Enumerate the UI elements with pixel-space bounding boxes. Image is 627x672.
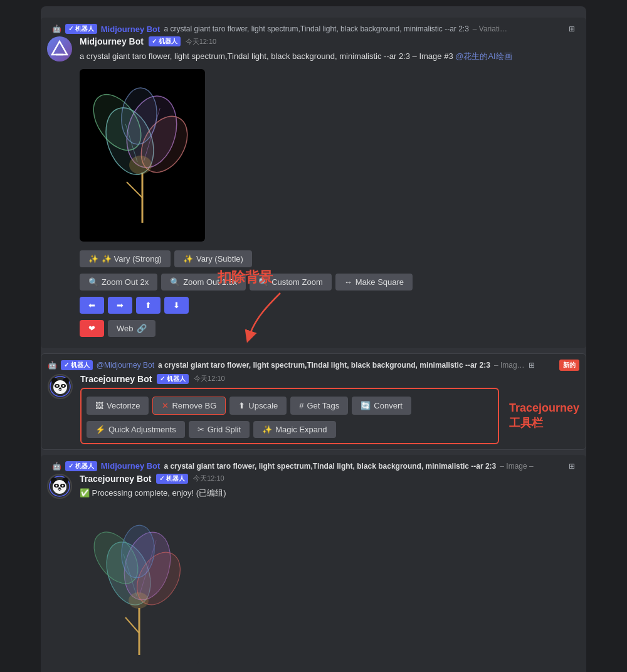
msg2-author: Tracejourney Bot <box>80 374 152 384</box>
arrow-right-button[interactable]: ➡ <box>108 297 132 314</box>
message-block-1: 🤖 ✓ 机器人 Midjourney Bot a crystal giant t… <box>41 18 586 348</box>
tj-toolbar: 🖼 Vectorize ✕ Remove BG ⬆ Upscale <box>80 388 499 444</box>
bot-badge-1: ✓ 机器人 <box>65 24 97 34</box>
vectorize-button[interactable]: 🖼 Vectorize <box>87 397 149 415</box>
upscale-label: Upscale <box>248 401 278 410</box>
msg2-header-suffix: – Imag… <box>494 361 525 370</box>
misc-buttons-row: ❤ Web 🔗 <box>80 320 580 337</box>
msg1-row: Midjourney Bot ✓ 机器人 今天12:10 a crystal g… <box>47 36 580 343</box>
vary-strong-icon: ✨ <box>88 254 98 264</box>
arrow-left-icon: ⬅ <box>88 301 95 310</box>
grid-split-button[interactable]: ✂ Grid Split <box>189 421 250 438</box>
make-square-button[interactable]: ↔ Make Square <box>335 274 413 291</box>
robot-icon-2: 🤖 <box>48 361 57 370</box>
vectorize-icon: 🖼 <box>95 401 103 410</box>
convert-button[interactable]: 🔄 Convert <box>352 397 411 415</box>
robot-icon-1: 🤖 <box>52 24 61 33</box>
result-flower-svg <box>85 511 194 661</box>
zoom-2x-label: Zoom Out 2x <box>102 277 149 287</box>
convert-icon: 🔄 <box>361 401 371 410</box>
convert-label: Convert <box>374 401 403 410</box>
web-label: Web <box>117 324 134 333</box>
tj-toolbar-annotation: Tracejourney工具栏 <box>509 401 579 430</box>
new-badge: 新的 <box>559 360 579 371</box>
msg2-time: 今天12:10 <box>194 374 225 383</box>
arrow-right-icon: ➡ <box>117 301 124 310</box>
make-square-label: Make Square <box>356 277 404 287</box>
zoom-out-2x-button[interactable]: 🔍 Zoom Out 2x <box>80 274 157 291</box>
zoom-1-5x-icon: 🔍 <box>170 277 180 287</box>
message-block-3: 🤖 ✓ 机器人 Midjourney Bot a crystal giant t… <box>41 455 586 673</box>
msg3-meta: Tracejourney Bot ✓ 机器人 今天12:10 <box>80 474 580 484</box>
magic-expand-button[interactable]: ✨ Magic Expand <box>253 421 335 438</box>
msg3-header-suffix: – Image – <box>500 462 533 471</box>
get-tags-icon: # <box>299 401 303 410</box>
magic-expand-label: Magic Expand <box>275 425 327 434</box>
remove-bg-button[interactable]: ✕ Remove BG <box>152 397 226 415</box>
svg-point-23 <box>56 385 58 387</box>
msg3-bot-name: Midjourney Bot <box>101 461 161 471</box>
message-block-2: 🤖 ✓ 机器人 @Midjourney Bot a crystal giant … <box>41 353 586 450</box>
arrow-left-button[interactable]: ⬅ <box>80 297 104 314</box>
svg-point-34 <box>58 487 61 489</box>
vary-subtle-button[interactable]: ✨ Vary (Subtle) <box>174 250 252 267</box>
expand-icon-1[interactable]: ⊞ <box>569 24 575 33</box>
svg-line-36 <box>125 617 139 633</box>
avatar-tj-1 <box>48 374 73 399</box>
msg1-header-prompt: a crystal giant taro flower, light spect… <box>164 24 468 33</box>
tj-avatar-icon <box>49 375 71 398</box>
msg1-prompt-text: a crystal giant taro flower, light spect… <box>80 51 453 61</box>
annotation-arrow-svg <box>243 287 293 349</box>
custom-zoom-label: Custom Zoom <box>271 277 323 287</box>
vary-strong-label: ✨ Vary (Strong) <box>102 254 162 264</box>
svg-point-44 <box>129 592 149 609</box>
toolbar-row2: ⚡ Quick Adjustments ✂ Grid Split ✨ Magic… <box>87 421 493 438</box>
toolbar-annotation-row: 🖼 Vectorize ✕ Remove BG ⬆ Upscale <box>80 388 579 444</box>
arrow-down-button[interactable]: ⬇ <box>164 297 189 314</box>
get-tags-button[interactable]: # Get Tags <box>290 397 348 415</box>
heart-button[interactable]: ❤ <box>80 320 104 337</box>
mj-logo-icon <box>50 40 69 58</box>
svg-point-33 <box>62 484 64 486</box>
upscale-button[interactable]: ⬆ Upscale <box>229 397 287 415</box>
vectorize-label: Vectorize <box>107 401 140 410</box>
msg2-header-prompt: a crystal giant taro flower, light spect… <box>158 361 490 370</box>
processing-complete-text: ✅ Processing complete, enjoy! (已编组) <box>80 488 580 499</box>
grid-split-label: Grid Split <box>208 425 241 434</box>
expand-icon-2[interactable]: ⊞ <box>529 361 535 370</box>
vary-subtle-label: Vary (Subtle) <box>196 254 243 264</box>
svg-point-16 <box>129 156 152 174</box>
vary-buttons-row: ✨ ✨ Vary (Strong) ✨ Vary (Subtle) <box>80 250 580 267</box>
tj-annotation-text: Tracejourney工具栏 <box>509 402 579 429</box>
web-button[interactable]: Web 🔗 <box>108 320 155 337</box>
zoom-2x-icon: 🔍 <box>88 277 98 287</box>
result-image[interactable] <box>80 508 199 664</box>
msg2-bot-badge: ✓ 机器人 <box>157 374 189 384</box>
msg1-author: Midjourney Bot <box>80 36 144 46</box>
msg3-header-bar: 🤖 ✓ 机器人 Midjourney Bot a crystal giant t… <box>47 460 580 474</box>
svg-point-25 <box>59 387 61 389</box>
quick-adjustments-button[interactable]: ⚡ Quick Adjustments <box>87 421 185 438</box>
msg1-header-bar: 🤖 ✓ 机器人 Midjourney Bot a crystal giant t… <box>47 23 580 36</box>
msg2-content: Tracejourney Bot ✓ 机器人 今天12:10 🖼 Vectori… <box>80 374 579 444</box>
msg1-content: Midjourney Bot ✓ 机器人 今天12:10 a crystal g… <box>80 36 580 343</box>
robot-icon-3: 🤖 <box>52 462 61 471</box>
msg2-header-bar: 🤖 ✓ 机器人 @Midjourney Bot a crystal giant … <box>48 359 559 371</box>
tj-avatar-icon-2 <box>48 475 71 498</box>
magic-expand-icon: ✨ <box>262 425 272 434</box>
toolbar-row1: 🖼 Vectorize ✕ Remove BG ⬆ Upscale <box>87 397 493 415</box>
msg2-at-name: @Midjourney Bot <box>97 361 154 370</box>
msg3-bot-badge: ✓ 机器人 <box>156 474 188 484</box>
bot-badge-3: ✓ 机器人 <box>65 461 97 471</box>
arrow-up-button[interactable]: ⬆ <box>136 297 161 314</box>
avatar-tj-2 <box>47 474 72 499</box>
msg3-row: Tracejourney Bot ✓ 机器人 今天12:10 ✅ Process… <box>47 474 580 669</box>
expand-icon-3[interactable]: ⊞ <box>569 462 575 471</box>
vary-strong-button[interactable]: ✨ ✨ Vary (Strong) <box>80 250 171 267</box>
svg-marker-0 <box>52 41 67 55</box>
generated-image-1[interactable] <box>80 69 205 242</box>
msg2-header-wrapper: 🤖 ✓ 机器人 @Midjourney Bot a crystal giant … <box>48 359 579 371</box>
main-container: 🤖 ✓ 机器人 Midjourney Bot a crystal giant t… <box>41 6 586 672</box>
remove-bg-icon: ✕ <box>162 401 169 410</box>
arrow-down-icon: ⬇ <box>173 301 180 310</box>
